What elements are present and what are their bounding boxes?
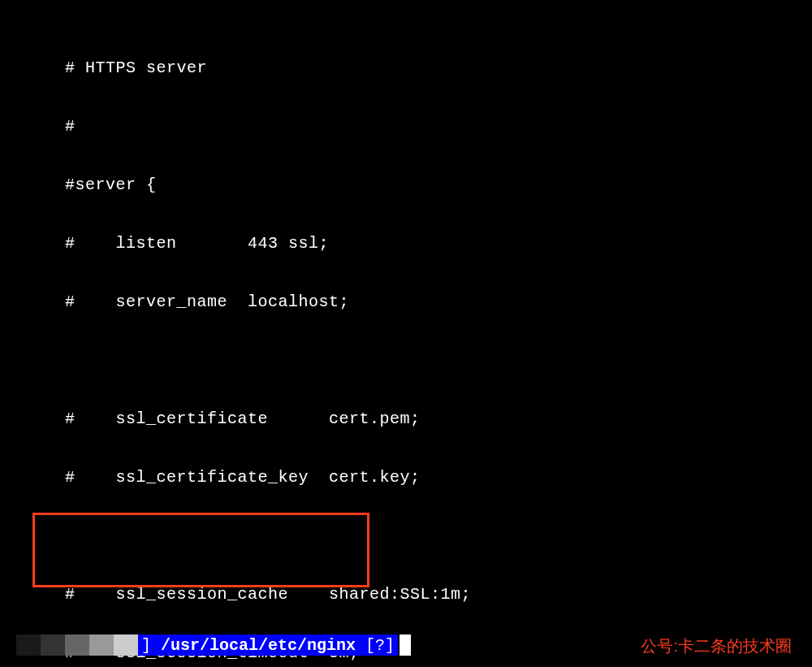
powerline-segments (16, 635, 138, 656)
config-line: # ssl_certificate cert.pem; (16, 405, 796, 434)
config-line: # listen 443 ssl; (16, 229, 796, 258)
config-line: # (16, 112, 796, 141)
bracket-left: ] (138, 635, 154, 656)
config-line (16, 522, 796, 551)
shell-status-bar: ] /usr/local/etc/nginx [?] (16, 633, 411, 657)
config-line (16, 346, 796, 375)
bracket-right: [?] (362, 635, 398, 656)
cursor-icon[interactable] (400, 635, 411, 656)
current-path: /usr/local/etc/nginx (154, 635, 362, 656)
config-line: #server { (16, 171, 796, 200)
status-block (16, 635, 41, 656)
config-line: # ssl_session_cache shared:SSL:1m; (16, 580, 796, 609)
status-block (41, 635, 65, 656)
config-line: # ssl_certificate_key cert.key; (16, 463, 796, 492)
terminal-output: # HTTPS server # #server { # listen 443 … (0, 0, 812, 667)
watermark-text: 公号:卡二条的技术圈 (641, 635, 792, 657)
status-block (114, 635, 138, 656)
config-line: # server_name localhost; (16, 288, 796, 317)
status-block (89, 635, 114, 656)
status-block (65, 635, 89, 656)
config-line: # HTTPS server (16, 54, 796, 83)
